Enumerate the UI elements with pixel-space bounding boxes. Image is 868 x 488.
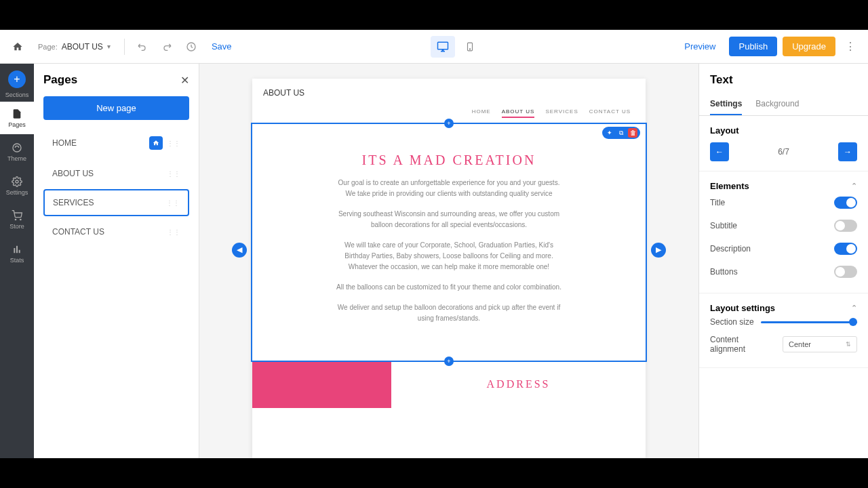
element-toggle-row: Buttons	[710, 260, 857, 283]
page-item-label: HOME	[52, 138, 77, 148]
section-next-arrow[interactable]: ▶	[651, 243, 666, 258]
new-page-button[interactable]: New page	[43, 96, 189, 120]
selected-section[interactable]: + + ◀ ▶ ✦ ⧉ 🗑 ITS A MAD CREATION Our goa…	[251, 123, 647, 362]
svg-point-5	[15, 219, 16, 220]
canvas-nav-item[interactable]: ABOUT US	[502, 108, 535, 118]
drag-handle-icon[interactable]: ⋮⋮	[166, 199, 180, 207]
chevron-up-icon[interactable]: ⌃	[851, 182, 857, 190]
canvas[interactable]: ABOUT US HOMEABOUT USSERVICESCONTACT US …	[252, 79, 646, 458]
right-panel: Text Settings Background Layout ← 6/7 → …	[698, 64, 868, 458]
rail-stats[interactable]: Stats	[0, 237, 34, 270]
drag-handle-icon[interactable]: ⋮⋮	[167, 170, 180, 178]
add-section-below[interactable]: +	[444, 357, 454, 366]
section-move-button[interactable]: ✦	[605, 128, 614, 138]
page-item[interactable]: HOME⋮⋮	[43, 128, 189, 158]
publish-button[interactable]: Publish	[729, 37, 777, 56]
more-menu-button[interactable]: ⋮	[841, 37, 860, 56]
section-controls: ✦ ⧉ 🗑	[602, 127, 640, 139]
canvas-nav-item[interactable]: HOME	[472, 108, 491, 118]
section-size-slider[interactable]	[761, 321, 857, 323]
toggle-switch[interactable]	[834, 220, 857, 232]
cart-icon	[12, 210, 22, 221]
svg-point-2	[470, 48, 471, 49]
toggle-switch[interactable]	[834, 197, 857, 209]
add-section-above[interactable]: +	[444, 119, 454, 128]
svg-point-6	[20, 219, 21, 220]
divider	[124, 39, 125, 55]
theme-icon	[12, 142, 22, 153]
chevron-down-icon: ▾	[107, 43, 111, 50]
close-panel-button[interactable]: ✕	[180, 74, 189, 87]
rail-label: Store	[9, 223, 24, 230]
element-label: Title	[710, 198, 725, 207]
page-item[interactable]: ABOUT US⋮⋮	[43, 161, 189, 186]
address-title[interactable]: ADDRESS	[487, 378, 551, 390]
hero-paragraph[interactable]: We will take care of your Corporate, Sch…	[334, 240, 564, 272]
toggle-switch[interactable]	[834, 243, 857, 255]
hero-paragraph[interactable]: Serving southeast Wisconsin and surround…	[334, 209, 564, 230]
hero-paragraph[interactable]: All the balloons can be customized to fi…	[334, 282, 564, 293]
canvas-nav-item[interactable]: CONTACT US	[589, 108, 631, 118]
page-item[interactable]: CONTACT US⋮⋮	[43, 219, 189, 245]
gear-icon	[12, 176, 22, 187]
address-section[interactable]: ADDRESS	[252, 361, 646, 408]
rail-label: Pages	[8, 121, 26, 128]
preview-button[interactable]: Preview	[676, 37, 724, 56]
upgrade-button[interactable]: Upgrade	[783, 37, 835, 56]
right-panel-title: Text	[699, 64, 868, 94]
alignment-select[interactable]: Center ⇅	[783, 336, 857, 352]
layout-settings-label: Layout settings	[710, 303, 775, 313]
save-button[interactable]: Save	[206, 39, 237, 54]
redo-button[interactable]	[157, 37, 176, 56]
home-button[interactable]	[8, 37, 27, 56]
drag-handle-icon[interactable]: ⋮⋮	[167, 228, 180, 236]
layout-prev-button[interactable]: ←	[710, 142, 729, 161]
chevron-up-icon[interactable]: ⌃	[851, 304, 857, 312]
element-toggle-row: Description	[710, 237, 857, 260]
canvas-wrap: ABOUT US HOMEABOUT USSERVICESCONTACT US …	[199, 64, 698, 458]
layout-value: 6/7	[734, 147, 833, 157]
mobile-view-button[interactable]	[458, 36, 482, 58]
section-duplicate-button[interactable]: ⧉	[616, 128, 626, 138]
hero-paragraph[interactable]: We deliver and setup the balloon decorat…	[334, 302, 564, 324]
undo-button[interactable]	[133, 37, 152, 56]
desktop-view-button[interactable]	[431, 36, 455, 58]
drag-handle-icon[interactable]: ⋮⋮	[167, 140, 180, 147]
section-prev-arrow[interactable]: ◀	[232, 243, 247, 258]
stats-icon	[12, 244, 22, 255]
page-selector[interactable]: Page: ABOUT US ▾	[33, 39, 116, 54]
rail-label: Theme	[7, 155, 26, 162]
section-delete-button[interactable]: 🗑	[628, 128, 637, 138]
rail-store[interactable]: Store	[0, 203, 34, 236]
rail-settings[interactable]: Settings	[0, 169, 34, 202]
toggle-switch[interactable]	[834, 266, 857, 278]
page-item-label: SERVICES	[53, 198, 94, 207]
layout-label: Layout	[710, 125, 857, 136]
top-toolbar: Page: ABOUT US ▾ Save Preview Publish Up…	[0, 30, 868, 64]
rail-label: Settings	[6, 189, 28, 196]
tab-settings[interactable]: Settings	[710, 94, 742, 115]
section-size-label: Section size	[710, 317, 754, 327]
page-select-label: Page:	[38, 43, 58, 51]
element-label: Buttons	[710, 267, 738, 277]
rail-sections[interactable]: + Sections	[0, 68, 34, 100]
pages-icon	[12, 108, 22, 119]
device-preview-group	[431, 36, 482, 58]
hero-title[interactable]: ITS A MAD CREATION	[273, 152, 625, 168]
rail-label: Sections	[5, 92, 29, 98]
history-button[interactable]	[182, 37, 201, 56]
tab-background[interactable]: Background	[755, 94, 799, 115]
element-label: Description	[710, 244, 751, 253]
alignment-label: Content alignment	[710, 335, 776, 354]
hero-paragraph[interactable]: Our goal is to create an unforgettable e…	[334, 178, 564, 199]
layout-next-button[interactable]: →	[838, 142, 857, 161]
page-item-label: CONTACT US	[52, 227, 104, 237]
rail-pages[interactable]: Pages	[0, 102, 34, 134]
alignment-value: Center	[789, 340, 811, 348]
rail-theme[interactable]: Theme	[0, 136, 34, 168]
canvas-nav-item[interactable]: SERVICES	[545, 108, 578, 118]
page-select-value: ABOUT US	[62, 42, 103, 52]
page-item[interactable]: SERVICES⋮⋮	[43, 189, 189, 216]
left-rail: + Sections Pages Theme Settings Store	[0, 64, 34, 458]
element-label: Subtitle	[710, 221, 737, 230]
